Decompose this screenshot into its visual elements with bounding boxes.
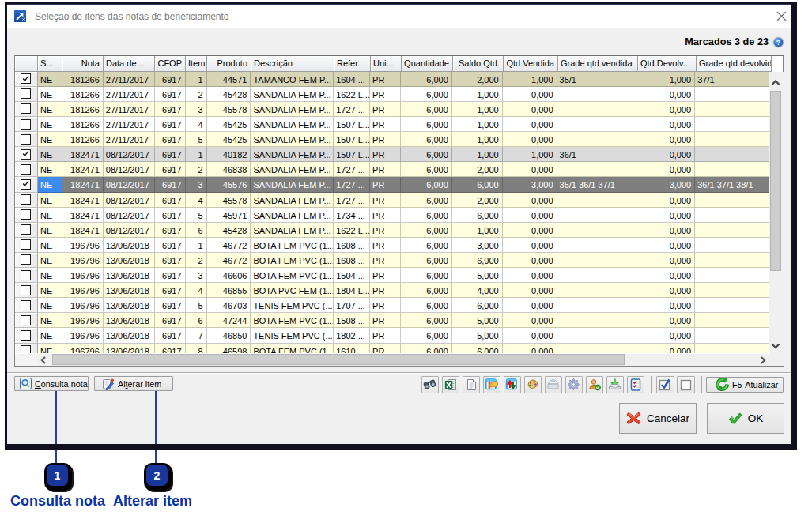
svg-text:?: ? <box>776 39 781 47</box>
